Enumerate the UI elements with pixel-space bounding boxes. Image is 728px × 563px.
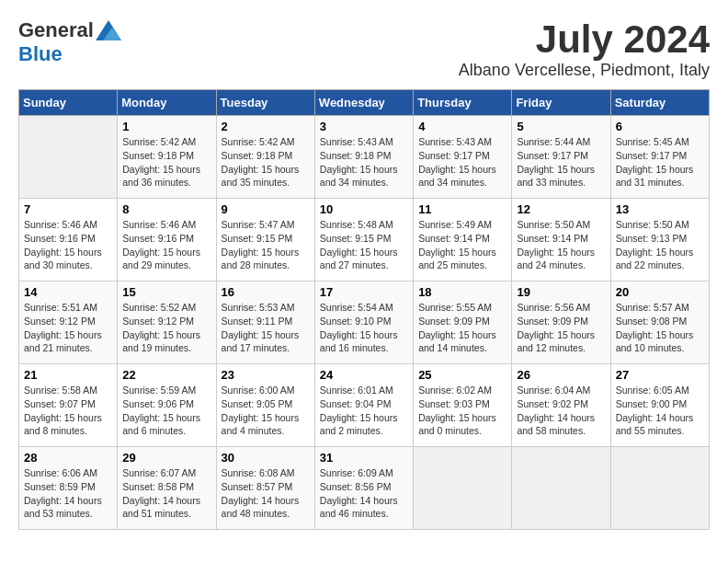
- day-number: 23: [222, 368, 310, 382]
- calendar-cell: 24Sunrise: 6:01 AM Sunset: 9:04 PM Dayli…: [314, 364, 413, 447]
- calendar-table: SundayMondayTuesdayWednesdayThursdayFrid…: [18, 89, 710, 530]
- day-number: 2: [222, 120, 310, 133]
- cell-info: Sunrise: 5:50 AM Sunset: 9:13 PM Dayligh…: [616, 218, 704, 272]
- calendar-cell: 2Sunrise: 5:42 AM Sunset: 9:18 PM Daylig…: [216, 116, 314, 199]
- location-title: Albano Vercellese, Piedmont, Italy: [459, 61, 710, 80]
- cell-info: Sunrise: 5:46 AM Sunset: 9:16 PM Dayligh…: [122, 218, 210, 272]
- calendar-week-row: 1Sunrise: 5:42 AM Sunset: 9:18 PM Daylig…: [19, 116, 710, 199]
- day-number: 13: [616, 202, 704, 216]
- day-number: 5: [517, 120, 605, 133]
- calendar-cell: 9Sunrise: 5:47 AM Sunset: 9:15 PM Daylig…: [216, 199, 314, 282]
- day-number: 18: [418, 285, 506, 299]
- cell-info: Sunrise: 5:42 AM Sunset: 9:18 PM Dayligh…: [122, 135, 210, 190]
- day-number: 24: [320, 368, 408, 382]
- calendar-cell: 17Sunrise: 5:54 AM Sunset: 9:10 PM Dayli…: [314, 282, 413, 364]
- day-number: 20: [616, 285, 704, 299]
- logo-general-text: General: [18, 18, 94, 42]
- cell-info: Sunrise: 5:58 AM Sunset: 9:07 PM Dayligh…: [24, 384, 112, 438]
- cell-info: Sunrise: 5:44 AM Sunset: 9:17 PM Dayligh…: [517, 135, 605, 190]
- cell-info: Sunrise: 5:52 AM Sunset: 9:12 PM Dayligh…: [122, 301, 210, 355]
- calendar-cell: 3Sunrise: 5:43 AM Sunset: 9:18 PM Daylig…: [314, 116, 413, 199]
- day-number: 27: [616, 368, 704, 382]
- calendar-cell: 31Sunrise: 6:09 AM Sunset: 8:56 PM Dayli…: [314, 447, 413, 530]
- calendar-cell: [610, 447, 709, 530]
- day-number: 16: [222, 285, 310, 299]
- day-number: 19: [517, 285, 605, 299]
- cell-info: Sunrise: 6:04 AM Sunset: 9:02 PM Dayligh…: [517, 384, 605, 438]
- calendar-cell: 10Sunrise: 5:48 AM Sunset: 9:15 PM Dayli…: [314, 199, 413, 282]
- cell-info: Sunrise: 6:02 AM Sunset: 9:03 PM Dayligh…: [418, 384, 506, 438]
- calendar-cell: 5Sunrise: 5:44 AM Sunset: 9:17 PM Daylig…: [512, 116, 610, 199]
- calendar-cell: 1Sunrise: 5:42 AM Sunset: 9:18 PM Daylig…: [118, 116, 216, 199]
- day-number: 14: [24, 285, 112, 299]
- calendar-cell: 29Sunrise: 6:07 AM Sunset: 8:58 PM Dayli…: [118, 447, 216, 530]
- logo-blue-text: Blue: [18, 42, 63, 65]
- header: General Blue July 2024 Albano Vercellese…: [18, 18, 710, 80]
- calendar-cell: 12Sunrise: 5:50 AM Sunset: 9:14 PM Dayli…: [512, 199, 610, 282]
- cell-info: Sunrise: 5:47 AM Sunset: 9:15 PM Dayligh…: [222, 218, 310, 272]
- logo: General Blue: [18, 18, 121, 66]
- day-number: 9: [222, 202, 310, 216]
- calendar-cell: 6Sunrise: 5:45 AM Sunset: 9:17 PM Daylig…: [610, 116, 709, 199]
- calendar-cell: 11Sunrise: 5:49 AM Sunset: 9:14 PM Dayli…: [414, 199, 512, 282]
- calendar-cell: [414, 447, 512, 530]
- day-number: 21: [24, 368, 112, 382]
- day-number: 30: [222, 451, 310, 465]
- cell-info: Sunrise: 6:05 AM Sunset: 9:00 PM Dayligh…: [616, 384, 704, 438]
- calendar-week-row: 21Sunrise: 5:58 AM Sunset: 9:07 PM Dayli…: [19, 364, 710, 447]
- calendar-cell: 27Sunrise: 6:05 AM Sunset: 9:00 PM Dayli…: [610, 364, 709, 447]
- calendar-header-monday: Monday: [118, 90, 216, 116]
- cell-info: Sunrise: 5:53 AM Sunset: 9:11 PM Dayligh…: [222, 301, 310, 355]
- cell-info: Sunrise: 5:54 AM Sunset: 9:10 PM Dayligh…: [320, 301, 408, 355]
- cell-info: Sunrise: 5:50 AM Sunset: 9:14 PM Dayligh…: [517, 218, 605, 272]
- cell-info: Sunrise: 5:48 AM Sunset: 9:15 PM Dayligh…: [320, 218, 408, 272]
- calendar-week-row: 7Sunrise: 5:46 AM Sunset: 9:16 PM Daylig…: [19, 199, 710, 282]
- calendar-cell: 28Sunrise: 6:06 AM Sunset: 8:59 PM Dayli…: [19, 447, 118, 530]
- cell-info: Sunrise: 6:08 AM Sunset: 8:57 PM Dayligh…: [222, 466, 310, 521]
- calendar-cell: 7Sunrise: 5:46 AM Sunset: 9:16 PM Daylig…: [19, 199, 118, 282]
- calendar-cell: 20Sunrise: 5:57 AM Sunset: 9:08 PM Dayli…: [610, 282, 709, 364]
- calendar-header-wednesday: Wednesday: [314, 90, 413, 116]
- calendar-cell: 13Sunrise: 5:50 AM Sunset: 9:13 PM Dayli…: [610, 199, 709, 282]
- calendar-header-saturday: Saturday: [610, 90, 709, 116]
- day-number: 3: [320, 120, 408, 133]
- day-number: 11: [418, 202, 506, 216]
- cell-info: Sunrise: 5:51 AM Sunset: 9:12 PM Dayligh…: [24, 301, 112, 355]
- day-number: 17: [320, 285, 408, 299]
- day-number: 25: [418, 368, 506, 382]
- calendar-cell: 15Sunrise: 5:52 AM Sunset: 9:12 PM Dayli…: [118, 282, 216, 364]
- calendar-cell: 4Sunrise: 5:43 AM Sunset: 9:17 PM Daylig…: [414, 116, 512, 199]
- cell-info: Sunrise: 5:43 AM Sunset: 9:17 PM Dayligh…: [418, 135, 506, 190]
- cell-info: Sunrise: 6:06 AM Sunset: 8:59 PM Dayligh…: [24, 466, 112, 521]
- calendar-cell: [512, 447, 610, 530]
- calendar-cell: 26Sunrise: 6:04 AM Sunset: 9:02 PM Dayli…: [512, 364, 610, 447]
- month-year-title: July 2024: [459, 18, 710, 61]
- day-number: 4: [418, 120, 506, 133]
- logo-icon: [96, 20, 121, 40]
- calendar-cell: 22Sunrise: 5:59 AM Sunset: 9:06 PM Dayli…: [118, 364, 216, 447]
- calendar-cell: 8Sunrise: 5:46 AM Sunset: 9:16 PM Daylig…: [118, 199, 216, 282]
- day-number: 6: [616, 120, 704, 133]
- calendar-cell: 18Sunrise: 5:55 AM Sunset: 9:09 PM Dayli…: [414, 282, 512, 364]
- day-number: 12: [517, 202, 605, 216]
- cell-info: Sunrise: 6:07 AM Sunset: 8:58 PM Dayligh…: [122, 466, 210, 521]
- day-number: 31: [320, 451, 408, 465]
- cell-info: Sunrise: 5:57 AM Sunset: 9:08 PM Dayligh…: [616, 301, 704, 355]
- calendar-cell: [19, 116, 118, 199]
- cell-info: Sunrise: 5:49 AM Sunset: 9:14 PM Dayligh…: [418, 218, 506, 272]
- cell-info: Sunrise: 5:59 AM Sunset: 9:06 PM Dayligh…: [122, 384, 210, 438]
- cell-info: Sunrise: 5:46 AM Sunset: 9:16 PM Dayligh…: [24, 218, 112, 272]
- calendar-cell: 14Sunrise: 5:51 AM Sunset: 9:12 PM Dayli…: [19, 282, 118, 364]
- calendar-cell: 21Sunrise: 5:58 AM Sunset: 9:07 PM Dayli…: [19, 364, 118, 447]
- day-number: 15: [122, 285, 210, 299]
- calendar-cell: 30Sunrise: 6:08 AM Sunset: 8:57 PM Dayli…: [216, 447, 314, 530]
- calendar-cell: 25Sunrise: 6:02 AM Sunset: 9:03 PM Dayli…: [414, 364, 512, 447]
- calendar-header-thursday: Thursday: [414, 90, 512, 116]
- calendar-cell: 19Sunrise: 5:56 AM Sunset: 9:09 PM Dayli…: [512, 282, 610, 364]
- calendar-header-friday: Friday: [512, 90, 610, 116]
- day-number: 8: [122, 202, 210, 216]
- day-number: 7: [24, 202, 112, 216]
- calendar-header-row: SundayMondayTuesdayWednesdayThursdayFrid…: [19, 90, 710, 116]
- calendar-cell: 16Sunrise: 5:53 AM Sunset: 9:11 PM Dayli…: [216, 282, 314, 364]
- cell-info: Sunrise: 5:55 AM Sunset: 9:09 PM Dayligh…: [418, 301, 506, 355]
